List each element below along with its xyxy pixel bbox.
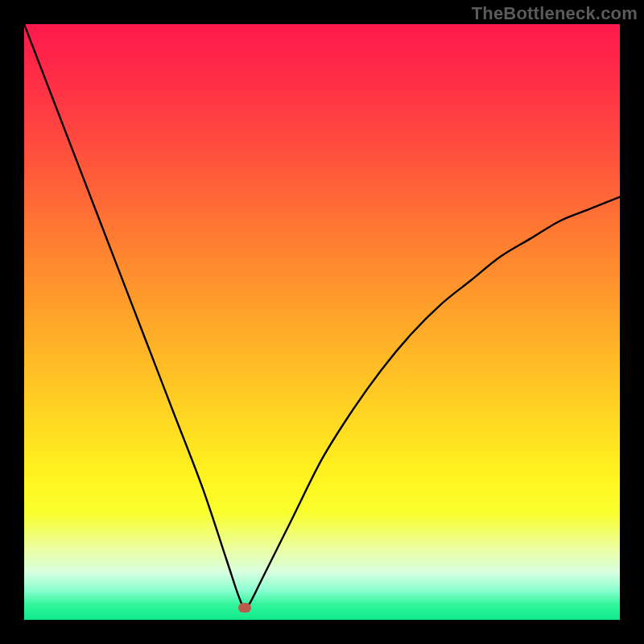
plot-area <box>24 24 620 620</box>
watermark-text: TheBottleneck.com <box>472 3 638 24</box>
optimal-marker <box>238 603 251 613</box>
curve-svg <box>24 24 620 620</box>
chart-frame: TheBottleneck.com <box>0 0 644 644</box>
bottleneck-curve <box>24 24 620 609</box>
